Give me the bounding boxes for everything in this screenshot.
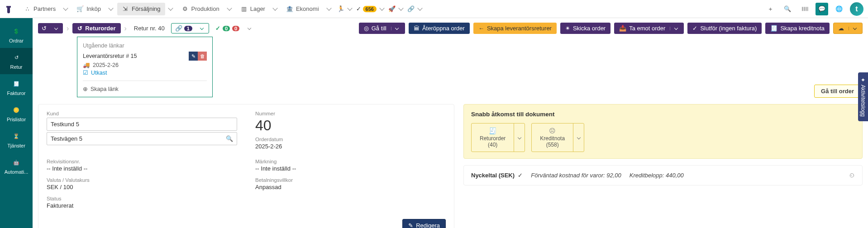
orders-icon: 💲 [11, 26, 21, 36]
top-navbar: ⛬ Partners 🛒 Inköp ⇲ Försäljning ⚙ Produ… [0, 0, 868, 18]
gauge-icon[interactable]: ⏲ [849, 172, 855, 179]
history-button[interactable]: ↺ [38, 23, 63, 33]
user-avatar[interactable]: t [850, 2, 863, 16]
crumb-sep: › [124, 24, 127, 33]
dropdown-toggle[interactable] [670, 27, 679, 30]
nav-caret[interactable] [398, 5, 403, 10]
badge-count: 656 [363, 6, 377, 12]
kpi-cost: Förväntad kostnad för varor: 92,00 [531, 172, 621, 179]
goto-order-button[interactable]: Gå till order [814, 85, 861, 98]
nav-item-produktion[interactable]: ⚙ Produktion [177, 3, 224, 15]
nav-label: Inköp [86, 5, 101, 12]
sidebar-item-automation[interactable]: 🤖 Automati... [0, 153, 33, 179]
btn-label: Återöppna order [422, 25, 465, 32]
run-icon[interactable]: 🏃 [337, 5, 344, 12]
nav-item-ekonomi[interactable]: 🏦 Ekonomi [281, 3, 324, 15]
nav-item-partners[interactable]: ⛬ Partners [19, 3, 60, 15]
sidebar-label: Automati... [5, 169, 29, 175]
nav-caret[interactable] [108, 5, 113, 10]
right-column: Snabb åtkomst till dokument 🧾 Returorder… [463, 104, 863, 228]
customer-name-input[interactable]: Testkund 5 [47, 118, 237, 131]
field-label-status: Status [47, 196, 446, 201]
order-number: 40 [255, 117, 446, 134]
nav-item-lager[interactable]: ▥ Lager [236, 3, 270, 15]
nav-item-inkop[interactable]: 🛒 Inköp [72, 3, 105, 15]
links-chip[interactable]: 🔗 1 [171, 23, 209, 33]
cloud-button[interactable]: ☁ [833, 23, 863, 34]
link-entry-status[interactable]: Utkast [91, 70, 107, 76]
status-value: Fakturerat [47, 202, 446, 209]
inbox-icon: 📥 [619, 25, 626, 32]
link-entry-title[interactable]: Leverantörsretur # 15 [83, 53, 137, 59]
field-label-orderdatum: Orderdatum [255, 137, 446, 142]
action-bar-left: ↺ › ↺ Returorder › Retur nr. 40 🔗 1 ✓ [38, 23, 256, 33]
arrow-left-icon: ← [478, 25, 484, 32]
edit-button[interactable]: ✎ Redigera [402, 219, 446, 228]
doc-title: Returorder [480, 135, 506, 142]
nav-caret[interactable] [168, 5, 173, 10]
goto-button[interactable]: ◎ Gå till [359, 23, 405, 34]
doc-title: Kreditnota [540, 135, 565, 142]
chat-button[interactable]: 💬 [816, 3, 828, 15]
nav-caret[interactable] [272, 5, 277, 10]
crumb-returorder[interactable]: ↺ Returorder [72, 23, 120, 33]
mark-value: -- Inte inställd -- [255, 165, 446, 172]
nav-item-forsaljning[interactable]: ⇲ Försäljning [117, 3, 165, 15]
barcode-button[interactable]: ⦀⦀⦀ [798, 3, 811, 15]
nav-caret[interactable] [417, 5, 422, 10]
production-icon: ⚙ [181, 5, 189, 13]
check-badge[interactable]: ✓ 656 [356, 5, 377, 12]
doc-card-main[interactable]: 🧾 Returorder (40) [472, 124, 514, 152]
link-icon[interactable]: 🔗 [407, 5, 415, 12]
send-order-button[interactable]: ✴ Skicka order [560, 23, 610, 34]
invoice-icon: 🧾 [11, 79, 21, 89]
draft-icon: ☑ [83, 69, 88, 76]
action-bar: ↺ › ↺ Returorder › Retur nr. 40 🔗 1 ✓ [33, 18, 868, 37]
search-button[interactable]: 🔍 [781, 3, 794, 15]
return-icon: ↺ [11, 52, 21, 62]
globe-button[interactable]: 🌐 [833, 3, 845, 15]
sidebar-item-prislistor[interactable]: 🪙 Prislistor [0, 100, 33, 127]
dropdown-toggle[interactable] [849, 27, 858, 30]
nav-caret[interactable] [347, 5, 352, 10]
field-label-mark: Märkning [255, 159, 446, 164]
kpi-panel: Nyckeltal (SEK) ✓ Förväntad kostnad för … [463, 165, 863, 185]
crumb-label: Returorder [85, 25, 115, 32]
order-summary-card: Kund Testkund 5 Testvägen 5 🔍 Nummer 40 … [38, 104, 454, 228]
sidebar-item-retur[interactable]: ↺ Retur [0, 48, 33, 74]
app-logo[interactable] [5, 3, 14, 15]
send-icon: ✴ [565, 25, 570, 32]
create-link-button[interactable]: ⊕ Skapa länk [83, 81, 207, 92]
add-button[interactable]: ＋ [764, 3, 777, 15]
nav-caret[interactable] [326, 5, 331, 10]
nav-caret[interactable] [227, 5, 232, 10]
customer-address-input[interactable]: Testvägen 5 🔍 [47, 132, 237, 145]
receive-order-button[interactable]: 📥 Ta emot order [614, 23, 684, 34]
doc-card-dropdown[interactable] [573, 124, 584, 152]
field-label-kund: Kund [47, 111, 237, 116]
crumb-current: Retur nr. 40 [130, 24, 168, 33]
sidebar-item-ordrar[interactable]: 💲 Ordrar [0, 22, 33, 48]
edit-link-button[interactable]: ✎ [189, 52, 198, 61]
create-supplier-return-button[interactable]: ← Skapa leverantörsreturer [473, 23, 557, 34]
nav-caret[interactable] [63, 5, 68, 10]
create-creditnote-button[interactable]: 🧾 Skapa kreditnota [765, 23, 830, 34]
doc-sub: (558) [540, 142, 565, 148]
rocket-icon[interactable]: 🚀 [388, 5, 396, 12]
doc-card-main[interactable]: ☹ Kreditnota (558) [532, 124, 573, 152]
sidebar-item-fakturor[interactable]: 🧾 Fakturor [0, 74, 33, 100]
search-icon[interactable]: 🔍 [226, 135, 233, 142]
links-section-title: Utgående länkar [83, 43, 207, 49]
finish-no-invoice-button[interactable]: ✓ Slutför (ingen faktura) [687, 23, 762, 34]
delete-link-button[interactable]: 🗑 [198, 52, 207, 61]
status-chip[interactable]: ✓ 0 0 [212, 24, 256, 33]
links-dropdown: Utgående länkar Leverantörsretur # 15 ✎ … [77, 37, 213, 97]
dropdown-toggle[interactable] [391, 27, 400, 30]
reopen-order-button[interactable]: 🏛 Återöppna order [409, 23, 470, 34]
activity-log-tab[interactable]: ✦ Aktivitetslogg [858, 72, 868, 121]
nav-caret[interactable] [379, 5, 384, 10]
doc-card-dropdown[interactable] [514, 124, 525, 152]
nav-label: Försäljning [132, 5, 161, 12]
quick-docs-title: Snabb åtkomst till dokument [471, 111, 855, 118]
sidebar-item-tjanster[interactable]: ⏳ Tjänster [0, 127, 33, 153]
